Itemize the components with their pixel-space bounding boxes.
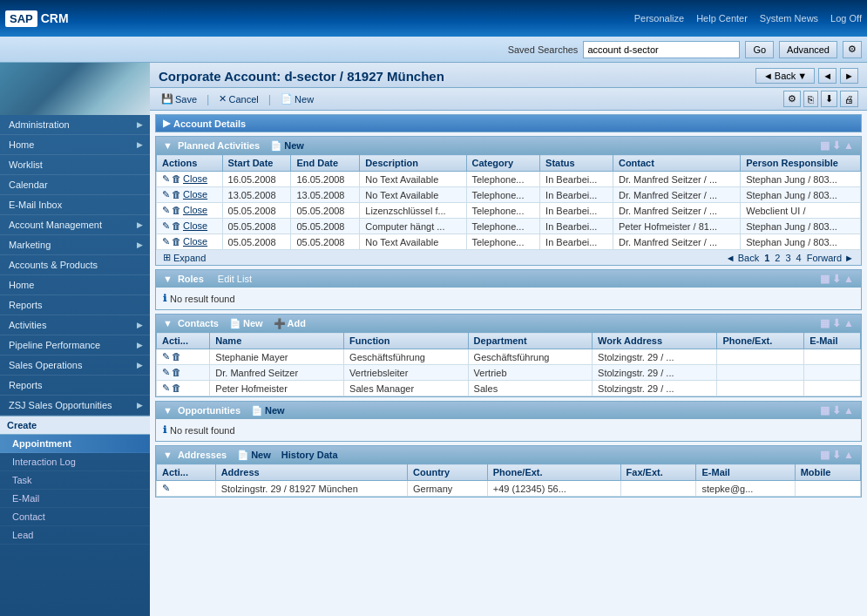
page-3[interactable]: 3 (785, 253, 790, 263)
edit-icon[interactable]: ✎ (162, 220, 170, 231)
sidebar-item-marketing[interactable]: Marketing ▶ (0, 235, 150, 255)
addr-collapse-icon[interactable]: ▲ (843, 449, 854, 461)
create-interaction-log[interactable]: Interaction Log (0, 453, 150, 471)
sidebar-item-accounts-products[interactable]: Accounts & Products (0, 255, 150, 275)
page-back[interactable]: ◄ Back (726, 253, 759, 263)
collapse-section-icon[interactable]: ▲ (843, 139, 854, 152)
row-actions[interactable]: ✎🗑Close (157, 187, 223, 203)
contacts-collapse-icon[interactable]: ▲ (843, 317, 854, 329)
new-button[interactable]: 📄 New (278, 92, 316, 105)
edit-icon[interactable]: ✎ (162, 351, 170, 362)
addresses-header[interactable]: ▼ Addresses 📄 New History Data ▦ ⬇ ▲ (156, 446, 861, 464)
delete-icon[interactable]: 🗑 (172, 220, 181, 231)
personalize-link[interactable]: Personalize (634, 13, 684, 24)
delete-icon[interactable]: 🗑 (172, 236, 181, 247)
sidebar-item-email-inbox[interactable]: E-Mail Inbox (0, 195, 150, 215)
contacts-export-icon[interactable]: ⬇ (832, 317, 841, 329)
opportunities-new-button[interactable]: 📄 New (251, 405, 285, 416)
close-link[interactable]: Close (183, 205, 207, 215)
edit-icon[interactable]: ✎ (162, 236, 170, 247)
delete-icon[interactable]: 🗑 (172, 189, 181, 200)
edit-icon[interactable]: ✎ (162, 189, 170, 200)
nav-prev-icon[interactable]: ◄ (818, 68, 837, 84)
close-link[interactable]: Close (183, 236, 207, 247)
sidebar-item-activities[interactable]: Activities ▶ (0, 315, 150, 335)
expand-button[interactable]: ⊞ Expand (163, 252, 206, 263)
sidebar-item-reports[interactable]: Reports (0, 295, 150, 315)
search-input[interactable] (583, 41, 740, 58)
create-contact[interactable]: Contact (0, 508, 150, 526)
sidebar-item-home2[interactable]: Home (0, 275, 150, 295)
row-actions[interactable]: ✎🗑 (157, 349, 210, 365)
sidebar-item-calendar[interactable]: Calendar (0, 175, 150, 195)
contacts-table-icon[interactable]: ▦ (820, 317, 830, 329)
row-actions[interactable]: ✎🗑Close (157, 234, 223, 250)
edit-icon[interactable]: ✎ (162, 483, 170, 493)
roles-collapse-icon[interactable]: ▲ (843, 273, 854, 285)
planned-activities-new[interactable]: 📄 New (270, 140, 304, 152)
addr-table-icon[interactable]: ▦ (820, 449, 830, 461)
export-icon[interactable]: ⬇ (832, 139, 841, 152)
row-actions[interactable]: ✎🗑Close (157, 172, 223, 187)
addr-export-icon[interactable]: ⬇ (832, 449, 841, 461)
edit-icon[interactable]: ✎ (162, 173, 170, 184)
delete-icon[interactable]: 🗑 (172, 173, 181, 184)
advanced-button[interactable]: Advanced (779, 41, 837, 58)
log-off-link[interactable]: Log Off (830, 13, 862, 24)
nav-next-icon[interactable]: ► (840, 68, 858, 84)
opp-collapse-icon[interactable]: ▲ (843, 404, 854, 416)
planned-activities-header[interactable]: ▼ Planned Activities 📄 New ▦ ⬇ ▲ (156, 137, 861, 154)
sidebar-item-zsj[interactable]: ZSJ Sales Opportunities ▶ (0, 396, 150, 416)
search-settings-icon[interactable]: ⚙ (843, 41, 862, 58)
system-news-link[interactable]: System News (760, 13, 818, 24)
row-actions[interactable]: ✎🗑Close (157, 203, 223, 219)
print-icon[interactable]: 🖨 (840, 91, 858, 107)
delete-icon[interactable]: 🗑 (172, 205, 181, 215)
page-1[interactable]: 1 (764, 253, 769, 263)
go-button[interactable]: Go (745, 41, 774, 58)
page-4[interactable]: 4 (796, 253, 802, 263)
edit-list-button[interactable]: Edit List (218, 274, 252, 284)
page-2[interactable]: 2 (775, 253, 780, 263)
row-actions[interactable]: ✎ (157, 481, 216, 497)
opp-export-icon[interactable]: ⬇ (832, 404, 841, 416)
contacts-new-button[interactable]: 📄 New (229, 318, 263, 329)
addresses-history-button[interactable]: History Data (281, 450, 338, 460)
copy-icon[interactable]: ⎘ (803, 91, 818, 107)
sidebar-item-worklist[interactable]: Worklist (0, 155, 150, 175)
sidebar-item-pipeline[interactable]: Pipeline Performance ▶ (0, 335, 150, 355)
row-actions[interactable]: ✎🗑 (157, 365, 210, 381)
sidebar-item-account-management[interactable]: Account Management ▶ (0, 215, 150, 235)
back-button[interactable]: ◄ Back ▼ (755, 68, 815, 84)
create-task[interactable]: Task (0, 471, 150, 490)
page-forward[interactable]: Forward ► (807, 253, 854, 263)
help-center-link[interactable]: Help Center (696, 13, 748, 24)
roles-export-icon[interactable]: ⬇ (832, 273, 841, 285)
delete-icon[interactable]: 🗑 (172, 382, 181, 393)
opp-table-icon[interactable]: ▦ (820, 404, 830, 416)
row-actions[interactable]: ✎🗑Close (157, 219, 223, 234)
opportunities-header[interactable]: ▼ Opportunities 📄 New ▦ ⬇ ▲ (156, 402, 861, 419)
table-icon[interactable]: ▦ (820, 139, 830, 152)
contacts-header[interactable]: ▼ Contacts 📄 New ➕ Add ▦ ⬇ ▲ (156, 315, 861, 332)
addresses-new-button[interactable]: 📄 New (237, 450, 271, 461)
roles-header[interactable]: ▼ Roles Edit List ▦ ⬇ ▲ (156, 270, 861, 288)
close-link[interactable]: Close (183, 220, 207, 231)
delete-icon[interactable]: 🗑 (172, 367, 181, 377)
create-appointment[interactable]: Appointment (0, 435, 150, 453)
settings-icon[interactable]: ⚙ (783, 91, 801, 107)
save-button[interactable]: 💾 Save (159, 92, 200, 105)
sidebar-item-sales-operations[interactable]: Sales Operations ▶ (0, 355, 150, 376)
create-email[interactable]: E-Mail (0, 490, 150, 508)
edit-icon[interactable]: ✎ (162, 367, 170, 377)
account-details-header[interactable]: ▶ Account Details (156, 115, 861, 132)
create-lead[interactable]: Lead (0, 526, 150, 545)
edit-icon[interactable]: ✎ (162, 382, 170, 393)
close-link[interactable]: Close (183, 189, 207, 200)
cancel-button[interactable]: ✕ Cancel (216, 92, 261, 105)
sidebar-item-administration[interactable]: Administration ▶ (0, 115, 150, 135)
sidebar-item-home[interactable]: Home ▶ (0, 135, 150, 155)
sidebar-item-reports2[interactable]: Reports (0, 376, 150, 396)
roles-table-icon[interactable]: ▦ (820, 273, 830, 285)
row-actions[interactable]: ✎🗑 (157, 381, 210, 396)
